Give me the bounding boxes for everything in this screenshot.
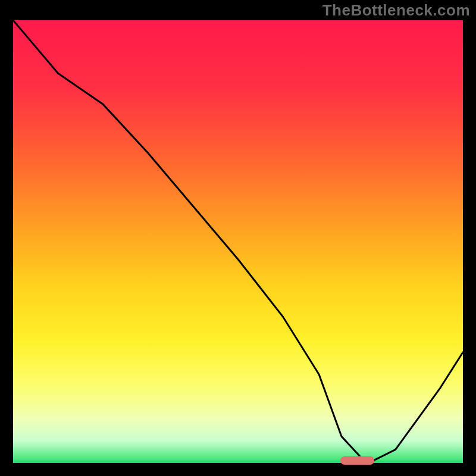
optimal-range-marker (340, 456, 374, 465)
watermark-text: TheBottleneck.com (322, 1, 470, 20)
svg-rect-0 (13, 20, 463, 463)
gradient-background (13, 20, 463, 463)
plot-area (13, 20, 463, 463)
chart-frame: TheBottleneck.com (0, 0, 476, 476)
